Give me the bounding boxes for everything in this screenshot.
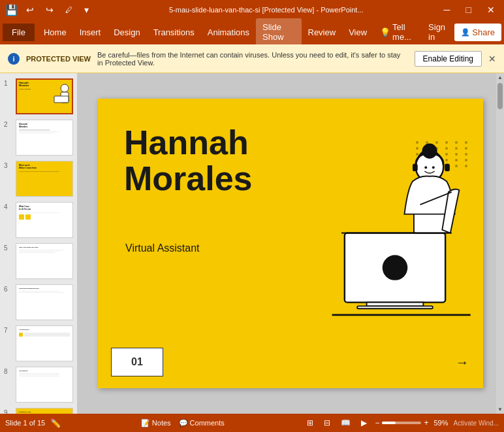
slide-number-box: 01 xyxy=(111,348,163,376)
slide-canvas-area: Hannah Morales Virtual Assistant xyxy=(77,73,504,414)
notes-icon: 📝 xyxy=(141,419,150,427)
scroll-down-arrow[interactable]: ▼ xyxy=(497,407,503,412)
redo-btn[interactable]: ↪ xyxy=(42,3,57,16)
zoom-bar: − + xyxy=(375,418,428,427)
scroll-thumb[interactable] xyxy=(497,83,503,109)
menu-insert[interactable]: Insert xyxy=(73,24,108,41)
slide-sorter-icon[interactable]: ⊟ xyxy=(321,417,333,429)
minimize-btn[interactable]: ─ xyxy=(440,3,454,16)
slide-preview-4[interactable]: What I loveto do for you xyxy=(16,202,73,238)
svg-rect-13 xyxy=(413,163,418,171)
slide-thumb-7[interactable]: 7 Achievement xyxy=(3,324,74,363)
menu-transitions[interactable]: Transitions xyxy=(147,24,201,41)
comments-btn[interactable]: 💬 Comments xyxy=(179,419,225,427)
close-bar-icon[interactable]: ✕ xyxy=(488,54,496,64)
slide-num-2: 2 xyxy=(4,120,13,128)
svg-rect-14 xyxy=(445,163,450,171)
normal-view-icon[interactable]: ⊞ xyxy=(304,417,316,429)
title-bar-left: 💾 ↩ ↪ 🖊 ▾ xyxy=(5,3,93,16)
zoom-level[interactable]: 59% xyxy=(434,419,449,427)
menu-share[interactable]: 👤Share xyxy=(454,24,501,41)
slide-num-3: 3 xyxy=(4,161,13,169)
save-icon[interactable]: 💾 xyxy=(5,4,18,16)
slide-num-1: 1 xyxy=(4,78,13,87)
slide-arrow-icon: → xyxy=(456,355,469,370)
customize-btn[interactable]: 🖊 xyxy=(61,5,76,15)
svg-point-16 xyxy=(424,166,427,169)
zoom-in-icon[interactable]: + xyxy=(424,418,428,427)
slide-preview-8[interactable]: Confidence xyxy=(16,367,73,403)
slide-preview-1[interactable]: HannahMorales Virtual Assistant xyxy=(16,78,73,114)
svg-rect-2 xyxy=(54,96,69,103)
slide-preview-6[interactable]: Commitment/Background xyxy=(16,284,73,320)
svg-point-17 xyxy=(432,166,435,169)
title-bar: 💾 ↩ ↪ 🖊 ▾ 5-mau-slide-luan-van-thac-si [… xyxy=(0,0,504,20)
slide-preview-9[interactable]: Statement Here xyxy=(16,408,73,414)
comments-icon: 💬 xyxy=(179,419,188,427)
slide-thumb-9[interactable]: 9 Statement Here xyxy=(3,407,74,414)
menu-bar: File Home Insert Design Transitions Anim… xyxy=(0,20,504,44)
slide-thumb-6[interactable]: 6 Commitment/Background xyxy=(3,283,74,322)
activate-windows-text: Activate Wind... xyxy=(454,420,499,427)
menu-home[interactable]: Home xyxy=(37,24,73,41)
more-btn[interactable]: ▾ xyxy=(80,3,93,16)
slide-subtitle: Virtual Assistant xyxy=(125,242,200,254)
edit-icon[interactable]: ✏️ xyxy=(50,418,61,428)
right-scrollbar[interactable]: ▲ ▼ xyxy=(496,73,504,414)
protected-view-bar: i PROTECTED VIEW Be careful—files from t… xyxy=(0,44,504,73)
slide-title: Hannah Morales xyxy=(124,125,253,196)
svg-point-12 xyxy=(422,144,437,159)
menu-design[interactable]: Design xyxy=(107,24,146,41)
window-title: 5-mau-slide-luan-van-thac-si [Protected … xyxy=(93,6,440,14)
status-left: Slide 1 of 15 ✏️ xyxy=(5,418,61,428)
slide-num-9: 9 xyxy=(4,408,13,414)
menu-animations[interactable]: Animations xyxy=(201,24,256,41)
undo-btn[interactable]: ↩ xyxy=(22,3,38,16)
status-center: 📝 Notes 💬 Comments xyxy=(141,419,225,427)
slide-preview-5[interactable]: How I will make this easy xyxy=(16,243,73,279)
menu-view[interactable]: View xyxy=(342,24,373,41)
scroll-up-arrow[interactable]: ▲ xyxy=(497,75,503,80)
enable-editing-button[interactable]: Enable Editing xyxy=(415,51,482,67)
zoom-slider[interactable] xyxy=(382,422,421,424)
info-icon: i xyxy=(8,53,20,65)
slide-num-5: 5 xyxy=(4,243,13,252)
menu-review[interactable]: Review xyxy=(302,24,343,41)
protected-label: PROTECTED VIEW xyxy=(26,55,91,63)
slide-num-4: 4 xyxy=(4,202,13,210)
menu-tellme[interactable]: 💡 Tell me... xyxy=(373,18,422,46)
slide-preview-2[interactable]: HannahMorales xyxy=(16,120,73,156)
menu-file[interactable]: File xyxy=(3,24,35,41)
slide-preview-3[interactable]: Who I am &Where I come from xyxy=(16,161,73,197)
slideshow-icon[interactable]: ▶ xyxy=(358,417,370,429)
slide-num-7: 7 xyxy=(4,325,13,334)
reading-view-icon[interactable]: 📖 xyxy=(338,417,353,429)
status-bar: Slide 1 of 15 ✏️ 📝 Notes 💬 Comments ⊞ ⊟ … xyxy=(0,414,504,432)
maximize-btn[interactable]: □ xyxy=(462,3,475,16)
zoom-out-icon[interactable]: − xyxy=(375,418,379,427)
slide-count: Slide 1 of 15 xyxy=(5,419,45,427)
protected-message: Be careful—files from the Internet can c… xyxy=(97,51,408,67)
menu-slideshow[interactable]: Slide Show xyxy=(256,18,301,46)
status-right: ⊞ ⊟ 📖 ▶ − + 59% Activate Wind... xyxy=(304,417,499,429)
slide-thumb-3[interactable]: 3 Who I am &Where I come from xyxy=(3,159,74,198)
svg-point-0 xyxy=(61,84,69,92)
svg-point-6 xyxy=(383,255,408,280)
svg-rect-5 xyxy=(357,306,433,308)
person-illustration xyxy=(307,125,483,360)
slide-thumb-2[interactable]: 2 HannahMorales xyxy=(3,118,74,157)
slide-num-8: 8 xyxy=(4,367,13,375)
slide-num-6: 6 xyxy=(4,284,13,293)
close-btn[interactable]: ✕ xyxy=(483,3,499,16)
slide-preview-7[interactable]: Achievement xyxy=(16,325,73,361)
menu-signin[interactable]: Sign in xyxy=(422,18,454,46)
slide-thumb-8[interactable]: 8 Confidence xyxy=(3,365,74,404)
slide-thumb-5[interactable]: 5 How I will make this easy xyxy=(3,242,74,280)
slide-main-canvas: Hannah Morales Virtual Assistant xyxy=(98,99,483,388)
title-bar-controls: ─ □ ✕ xyxy=(440,3,499,16)
main-area: 1 HannahMorales Virtual Assistant xyxy=(0,73,504,414)
notes-btn[interactable]: 📝 Notes xyxy=(141,419,171,427)
slide-thumb-1[interactable]: 1 HannahMorales Virtual Assistant xyxy=(3,77,74,116)
slide-panel: 1 HannahMorales Virtual Assistant xyxy=(0,73,77,414)
slide-thumb-4[interactable]: 4 What I loveto do for you xyxy=(3,201,74,239)
